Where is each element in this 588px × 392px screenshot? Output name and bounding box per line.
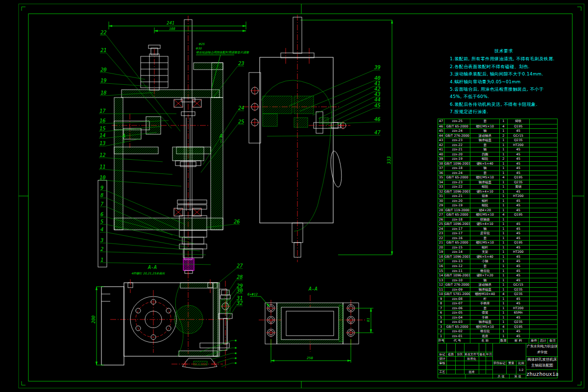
bom-cell: 螺钉M5×10 [470, 175, 500, 180]
tb-approve: 批准 [465, 370, 479, 374]
svg-text:20: 20 [100, 67, 107, 73]
bom-cell: 28 [438, 208, 444, 213]
bom-cell: 45 [508, 161, 530, 166]
bom-cell: 16 [438, 264, 444, 269]
bom-row: 29zzx-19蜗轮145 [438, 203, 557, 208]
bom-cell: 45 [508, 236, 530, 241]
dim-241: 241 [167, 21, 174, 25]
svg-text:46: 46 [374, 116, 381, 122]
bom-cell: 45 [508, 189, 530, 194]
bom-cell: zzx-14 [444, 249, 471, 254]
bom-cell: 38 [438, 161, 444, 166]
bom-row: 12GB/T 276-2000滚动轴承1GCr15 [438, 282, 557, 287]
bom-cell: zzx-07 [444, 301, 471, 306]
bom-row: 44GB/T 276-2000滚动轴承2GCr15 [438, 133, 557, 138]
bom-cell: Q195 [508, 240, 530, 245]
bom-cell: 键5×4×10 [470, 189, 500, 194]
bom-cell: Q235 [508, 292, 530, 296]
bom-cell [530, 133, 558, 138]
bom-cell: 15 [438, 269, 444, 273]
bom-cell: 45 [508, 221, 530, 226]
bom-cell: 1 [500, 301, 508, 306]
bom-cell: 轴承端盖 [470, 319, 500, 324]
flange-holes [250, 86, 259, 127]
bom-cell: GB/T 65-2000 [444, 324, 471, 329]
svg-text:25: 25 [238, 119, 245, 124]
bom-row: 38GB/T 1096-2003键6×5×40145 [438, 161, 557, 166]
bom-cell: 25 [438, 221, 444, 226]
bom-cell: 7 [438, 306, 444, 311]
bom-cell [530, 156, 558, 161]
bom-cell: 套 [470, 143, 500, 147]
bom-cell: 总计 [539, 338, 548, 343]
tb-process: 工艺 [438, 370, 447, 374]
bom-row: 10GB/T 5781-2000螺栓M10×404Q235 [438, 292, 557, 296]
bom-cell: 1 [500, 315, 508, 320]
bom-cell [530, 175, 558, 180]
cad-drawing-canvas[interactable]: 241 188 333 锥齿轮副啮合间隙装配时用调整垫片调整 Φ25 Φ30 A… [0, 0, 588, 392]
bom-cell: 45 [508, 278, 530, 283]
bom-cell: 27 [438, 212, 444, 217]
balloon-20: 20 [100, 67, 145, 79]
tb-standard: 标准化 [465, 357, 479, 361]
svg-text:27: 27 [237, 263, 243, 269]
title-block: 标记 处数 分区 更改文件号 签名 年月日 设计 标准化 审核 工艺 批准 阶段… [438, 343, 558, 378]
bom-cell: 6 [438, 310, 444, 315]
bom-row: 22zzx-16套145 [438, 236, 557, 241]
dim-81: 81 [355, 308, 373, 333]
plan-aa-label: A-A [308, 286, 318, 292]
bom-cell: Q235 [508, 138, 530, 143]
svg-text:23: 23 [238, 60, 245, 66]
note-line: 5.齿面啮合后, 用涂色法检查接触斑点, 不小于 [450, 86, 558, 93]
bom-cell: 45 [508, 273, 530, 278]
note-line: 1.装配前, 所有零件用煤油清洗, 不得有毛刺及铁屑. [450, 55, 558, 63]
bom-cell: 蜗轮 [470, 203, 500, 208]
bom-cell: 1 [500, 208, 508, 213]
bom-cell: zzx-19 [444, 156, 471, 161]
tb-count: 处数 [447, 352, 456, 357]
dim-200: 200 [91, 287, 104, 365]
bom-cell: 45 [508, 334, 530, 339]
bom-cell: 单件 [529, 338, 539, 343]
bom-cell: 45 [508, 226, 530, 231]
bom-cell: 1 [500, 138, 508, 143]
bom-cell [530, 264, 558, 269]
bom-cell: 1 [500, 264, 508, 269]
balloon-47: 47 [267, 129, 381, 136]
bom-cell [530, 180, 558, 185]
bom-cell: 18 [438, 254, 444, 259]
bom-cell: 联轴器 [470, 217, 500, 222]
svg-text:15: 15 [99, 125, 106, 131]
bom-cell: GB/T 1096-2003 [444, 273, 471, 278]
bom-cell: zzx-12 [444, 264, 471, 269]
bom-cell: 65Mn [508, 310, 530, 315]
bom-cell: 37 [438, 166, 444, 171]
bom-cell: 41 [438, 147, 444, 152]
svg-text:44: 44 [374, 97, 381, 102]
bom-cell: 20 [438, 245, 444, 250]
tb-zone: 分区 [456, 352, 465, 357]
bom-cell: GB/T 276-2000 [444, 282, 471, 287]
svg-text:19: 19 [100, 77, 107, 83]
bom-cell: 轴 [470, 278, 500, 283]
tb-school: 广东水利电力职业技术学院 机电工程系 [526, 343, 558, 357]
bom-cell: zzx-22 [444, 143, 471, 147]
bom-cell: 45 [508, 128, 530, 133]
svg-text:17: 17 [99, 108, 106, 114]
bom-cell: 14 [438, 273, 444, 278]
tb-drawing-title: 阀体斜孔攻丝机床主轴箱装配图 [526, 357, 558, 370]
bom-cell: 皮带轮 [470, 231, 500, 236]
bom-cell: 45 [508, 245, 530, 250]
bom-cell: 轴 [470, 166, 500, 171]
bom-cell [530, 287, 558, 292]
bom-cell: 螺钉M5×10 [470, 212, 500, 217]
svg-text:1: 1 [100, 257, 103, 263]
tb-scale-value: 1:2 [516, 366, 526, 374]
bom-cell [530, 147, 558, 152]
dim-front-top: 241 188 [109, 21, 246, 33]
bom-row: 36zzx-24套145 [438, 171, 557, 175]
bom-cell: 2 [500, 156, 508, 161]
bom-cell [530, 254, 558, 259]
bom-row: 20zzx-15蜗杆145 [438, 245, 557, 250]
bom-row: 25GB/T 1096-2003键5×4×10145 [438, 221, 557, 226]
